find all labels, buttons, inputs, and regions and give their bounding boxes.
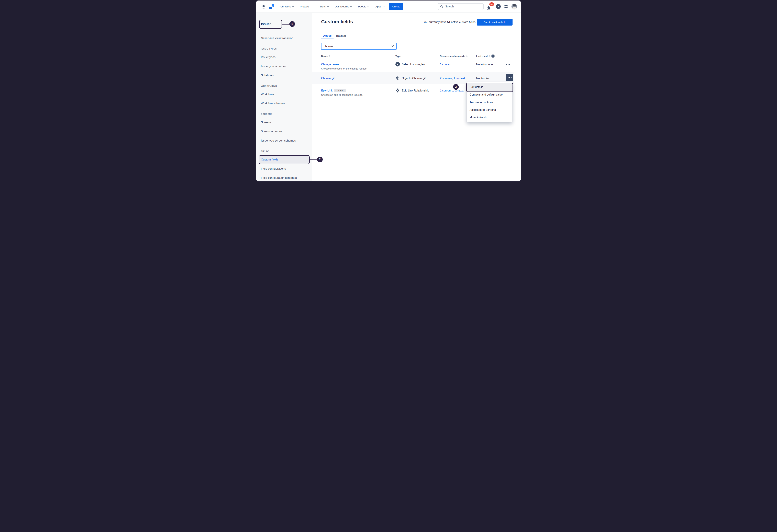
sidebar-section-fields: FIELDS: [256, 148, 312, 155]
sidebar-item-sub-tasks[interactable]: Sub-tasks: [256, 71, 312, 80]
sort-icon[interactable]: [329, 55, 330, 57]
notifications-button[interactable]: 9+: [487, 3, 493, 10]
chevron-down-icon: [327, 6, 329, 7]
global-search[interactable]: [438, 3, 483, 10]
app-switcher-icon[interactable]: [261, 5, 265, 8]
sidebar-item-field-configuration-schemes[interactable]: Field configuration schemes: [256, 173, 312, 181]
sidebar-item-label: Screens: [261, 121, 271, 124]
sidebar-item-custom-fields[interactable]: Custom fields: [256, 155, 312, 164]
screens-contexts-link[interactable]: 1 screen, 1 context: [440, 89, 463, 92]
page-title: Custom fields: [321, 19, 353, 24]
select-list-icon: [396, 62, 400, 66]
table-header-row: NameTypeScreens and contextsLast used?: [312, 53, 514, 59]
nav-filters[interactable]: Filters: [318, 5, 329, 8]
column-label: Screens and contexts: [440, 55, 465, 57]
sidebar-item-screen-schemes[interactable]: Screen schemes: [256, 127, 312, 136]
field-actions-menu: Edit detailsContexts and default valueTr…: [467, 82, 512, 122]
field-type: Object - Choose gift: [402, 76, 426, 80]
object-icon: [396, 76, 400, 80]
locked-badge: LOCKED: [334, 89, 346, 92]
field-name-link[interactable]: Change reason: [321, 63, 340, 66]
nav-menus: Your workProjectsFiltersDashboardsPeople…: [279, 5, 384, 8]
table-row: Change reasonChoose the reason for the c…: [312, 59, 514, 73]
nav-right-group: 9+ ?: [438, 3, 517, 10]
menu-item-move-to-trash[interactable]: Move to trash: [467, 114, 512, 121]
settings-sidebar: Issues New issue view transitionISSUE TY…: [256, 13, 312, 181]
tabs: ActiveTrashed: [321, 33, 513, 39]
sidebar-section-workflows: WORKFLOWS: [256, 82, 312, 90]
column-label: Last used: [476, 55, 488, 57]
chevron-down-icon: [350, 6, 352, 7]
search-input[interactable]: [445, 5, 481, 8]
notifications-badge: 9+: [489, 2, 494, 6]
field-description: Choose the reason for the change request: [321, 67, 396, 70]
filter-input[interactable]: [322, 45, 391, 48]
sidebar-section-screens: SCREENS: [256, 110, 312, 118]
chevron-down-icon: [367, 6, 369, 7]
last-used-value: Not tracked: [476, 77, 490, 80]
column-header-screens-and-contexts: Screens and contexts: [440, 55, 476, 57]
summary-prefix: You currently have: [423, 20, 447, 23]
menu-item-contexts-and-default-value[interactable]: Contexts and default value: [467, 91, 512, 99]
tab-trashed[interactable]: Trashed: [334, 33, 348, 39]
field-name-link[interactable]: Epic Link: [321, 89, 332, 92]
sidebar-item-new-issue-view-transition[interactable]: New issue view transition: [256, 34, 312, 43]
menu-item-associate-to-screens[interactable]: Associate to Screens: [467, 106, 512, 114]
field-type: Select List (single ch...: [402, 62, 430, 66]
sidebar-item-field-configurations[interactable]: Field configurations: [256, 164, 312, 173]
sidebar-item-label: Field configurations: [261, 167, 286, 170]
menu-item-edit-details[interactable]: Edit details: [467, 83, 512, 91]
sidebar-item-label: New issue view transition: [261, 36, 293, 40]
nav-item-label: Your work: [279, 5, 291, 8]
sidebar-item-issue-type-screen-schemes[interactable]: Issue type screen schemes: [256, 136, 312, 145]
nav-item-label: Apps: [375, 5, 381, 8]
table-row: Choose giftObject - Choose gift2 screens…: [312, 73, 514, 84]
sort-icon[interactable]: [488, 55, 490, 57]
sort-icon[interactable]: [466, 55, 468, 57]
field-name-link[interactable]: Choose gift: [321, 77, 335, 80]
sidebar-section-issue-types: ISSUE TYPES: [256, 45, 312, 52]
sidebar-item-label: Workflows: [261, 93, 274, 96]
menu-item-translation-options[interactable]: Translation options: [467, 99, 512, 106]
field-description: Choose an epic to assign this issue to.: [321, 93, 396, 96]
sidebar-nav-list: New issue view transitionISSUE TYPESIssu…: [256, 34, 312, 181]
more-actions-icon[interactable]: [506, 63, 510, 65]
screens-contexts-link[interactable]: 1 context: [440, 63, 451, 66]
nav-dashboards[interactable]: Dashboards: [335, 5, 352, 8]
screens-contexts-link[interactable]: 2 screens, 1 context: [440, 77, 465, 80]
create-custom-field-button[interactable]: Create custom field: [477, 19, 513, 25]
sidebar-item-label: Issue types: [261, 55, 275, 59]
last-used-value: No information: [476, 63, 494, 66]
sidebar-item-label: Issue type screen schemes: [261, 139, 296, 142]
nav-item-label: Filters: [318, 5, 326, 8]
more-actions-button[interactable]: [506, 74, 514, 81]
nav-people[interactable]: People: [358, 5, 369, 8]
sidebar-item-workflows[interactable]: Workflows: [256, 90, 312, 99]
app-window: Your workProjectsFiltersDashboardsPeople…: [256, 0, 521, 181]
nav-projects[interactable]: Projects: [300, 5, 313, 8]
settings-gear-icon[interactable]: [504, 4, 508, 9]
sidebar-item-label: Screen schemes: [261, 130, 283, 133]
nav-apps[interactable]: Apps: [375, 5, 384, 8]
sidebar-item-issue-types[interactable]: Issue types: [256, 52, 312, 62]
clear-filter-icon[interactable]: [391, 45, 396, 48]
active-fields-summary: You currently have 51 active custom fiel…: [423, 20, 475, 24]
sidebar-item-workflow-schemes[interactable]: Workflow schemes: [256, 99, 312, 108]
jira-logo-icon[interactable]: [269, 4, 274, 9]
help-icon[interactable]: ?: [496, 4, 501, 9]
sidebar-item-issue-type-schemes[interactable]: Issue type schemes: [256, 62, 312, 71]
create-button[interactable]: Create: [389, 3, 404, 10]
column-header-name: Name: [321, 55, 396, 57]
chevron-down-icon: [311, 6, 313, 7]
avatar[interactable]: [511, 4, 517, 9]
help-icon[interactable]: ?: [491, 54, 494, 58]
column-header-last-used: Last used?: [476, 54, 506, 58]
nav-your-work[interactable]: Your work: [279, 5, 294, 8]
sidebar-item-screens[interactable]: Screens: [256, 118, 312, 127]
top-navigation: Your workProjectsFiltersDashboardsPeople…: [256, 1, 521, 13]
sidebar-item-label: Workflow schemes: [261, 102, 285, 105]
tab-active[interactable]: Active: [321, 33, 334, 39]
sidebar-item-label: Issue type schemes: [261, 64, 286, 68]
sidebar-item-label: Sub-tasks: [261, 74, 274, 77]
column-header-type: Type: [396, 55, 440, 57]
